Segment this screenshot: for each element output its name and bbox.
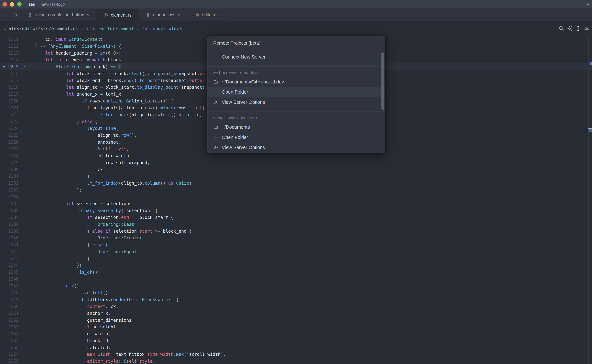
line-number[interactable]: 2218 (0, 84, 19, 91)
modal-item-view-server-options[interactable]: View Server Options (208, 97, 385, 107)
line-number[interactable]: 2240 (0, 234, 19, 241)
ibeam-button[interactable] (574, 24, 582, 33)
code-line[interactable]: 2240 Ordering::Greater (0, 234, 592, 241)
modal-item--documents[interactable]: ~/Documents (208, 122, 385, 132)
code-line[interactable]: 2235 let selected = selections (0, 200, 592, 207)
code-line[interactable]: 2249 .child(block.render(&mut BlockConte… (0, 296, 592, 303)
line-number[interactable]: 2213 (0, 50, 19, 57)
zoom-button[interactable] (17, 2, 22, 6)
line-number[interactable]: 2246 (0, 276, 19, 283)
code-line[interactable]: 2228 editor_width, (0, 152, 592, 159)
tab-editor.rs[interactable]: Reditor.rs (188, 9, 225, 21)
line-number[interactable]: 2244 (0, 262, 19, 269)
modal-item--documents-github-zed-dev[interactable]: ~/Documents/GitHub/zed.dev (208, 77, 385, 87)
code-line[interactable]: 2231 ) (0, 173, 592, 180)
code-line[interactable]: 2236 .binary_search_by(|selection| { (0, 207, 592, 214)
sliders-button[interactable] (582, 24, 591, 33)
code-line[interactable]: 2230 cx, (0, 166, 592, 173)
line-number[interactable]: 2217 (0, 77, 19, 84)
line-number[interactable]: 2255 (0, 337, 19, 344)
line-number[interactable]: 2212 (0, 43, 19, 50)
line-number[interactable]: 2237 (0, 214, 19, 221)
line-number[interactable]: 2236 (0, 207, 19, 214)
code-line[interactable]: 2238 Ordering::Less (0, 221, 592, 228)
line-number[interactable]: 2258 (0, 358, 19, 364)
project-name[interactable]: zed (29, 2, 35, 7)
line-number[interactable]: 2250 (0, 303, 19, 310)
sparkles-button[interactable] (566, 24, 574, 33)
minimize-button[interactable] (10, 2, 14, 6)
line-number[interactable]: 2251 (0, 310, 19, 317)
line-number[interactable]: 2247 (0, 283, 19, 289)
close-button[interactable] (2, 2, 7, 6)
line-number[interactable]: 2233 (0, 187, 19, 194)
modal-item-open-folder[interactable]: Open Folder (208, 132, 385, 142)
line-number[interactable]: 2211 (0, 36, 19, 43)
line-number[interactable]: 2252 (0, 317, 19, 324)
code-line[interactable]: 2242 Ordering::Equal (0, 248, 592, 255)
code-line[interactable]: 2246 (0, 276, 592, 283)
tab-element.rs[interactable]: Relement.rs (97, 9, 139, 21)
line-number[interactable]: 2225 (0, 132, 19, 139)
line-number[interactable]: 2257 (0, 351, 19, 358)
code-line[interactable]: 2255 block_id, (0, 337, 592, 344)
line-number[interactable]: 2227 (0, 145, 19, 152)
line-number[interactable]: 2256 (0, 344, 19, 351)
line-number[interactable]: 2216 (0, 70, 19, 77)
line-number[interactable]: 2232 (0, 180, 19, 187)
line-number[interactable]: 2249 (0, 296, 19, 303)
line-number[interactable]: 2221 (0, 104, 19, 111)
line-number[interactable]: 2231 (0, 173, 19, 180)
line-number[interactable]: 2219 (0, 91, 19, 98)
back-button[interactable] (2, 12, 8, 18)
breadcrumb[interactable]: crates/editor/src/element.rs › impl Edit… (3, 26, 182, 31)
search-button[interactable] (557, 24, 566, 33)
line-number[interactable]: 2239 (0, 228, 19, 235)
line-number[interactable]: 2223 (0, 118, 19, 125)
branch-name[interactable]: new-css-logo (41, 2, 65, 7)
line-number[interactable]: 2238 (0, 221, 19, 228)
code-line[interactable]: 2248 .size_full() (0, 289, 592, 296)
line-number[interactable]: 2229 (0, 159, 19, 166)
modal-item-view-server-options[interactable]: View Server Options (208, 142, 385, 152)
line-number[interactable]: 2235 (0, 200, 19, 207)
line-number[interactable]: 2253 (0, 324, 19, 330)
code-line[interactable]: 2256 selected, (0, 344, 592, 351)
line-number[interactable]: 2234 (0, 194, 19, 200)
modal-item-connect-new-server[interactable]: Connect New Server (208, 52, 385, 62)
scrollbar-thumb[interactable] (589, 129, 592, 132)
code-line[interactable]: 2233 }; (0, 187, 592, 194)
line-number[interactable]: 2230 (0, 166, 19, 173)
code-line[interactable]: 2254 em_width, (0, 330, 592, 337)
line-number[interactable]: 2243 (0, 255, 19, 262)
code-line[interactable]: 2245 .is_ok(); (0, 269, 592, 276)
line-number[interactable]: 2254 (0, 330, 19, 337)
code-line[interactable]: 2252 gutter_dimensions, (0, 317, 592, 324)
forward-button[interactable] (13, 12, 19, 18)
line-number[interactable]: 2220 (0, 98, 19, 104)
code-line[interactable]: 2253 line_height, (0, 324, 592, 330)
modal-scrollbar-thumb[interactable] (381, 52, 384, 110)
code-line[interactable]: 2251 anchor_x, (0, 310, 592, 317)
tab-inline_completion_button.rs[interactable]: Rinline_completion_button.rs (21, 9, 97, 21)
code-line[interactable]: 2247 div() (0, 283, 592, 289)
line-number[interactable]: 2248 (0, 289, 19, 296)
code-line[interactable]: 2239 } else if selection.start >= block_… (0, 228, 592, 235)
line-number[interactable]: 2222 (0, 111, 19, 118)
line-number[interactable]: 2228 (0, 152, 19, 159)
code-line[interactable]: 2244 }) (0, 262, 592, 269)
code-line[interactable]: 2258 editor_style: &self.style, (0, 358, 592, 364)
line-number[interactable]: 2241 (0, 241, 19, 248)
chevron-down-icon[interactable] (585, 1, 591, 7)
code-line[interactable]: 2234 (0, 194, 592, 200)
modal-item-open-folder[interactable]: Open Folder (208, 87, 385, 97)
code-line[interactable]: 2250 context: cx, (0, 303, 592, 310)
code-line[interactable]: 2241 } else { (0, 241, 592, 248)
line-number[interactable]: 2215 (0, 63, 19, 70)
line-number[interactable]: 2224 (0, 125, 19, 132)
line-number[interactable]: 2242 (0, 248, 19, 255)
tab-diagnostics.rs[interactable]: Rdiagnostics.rs (139, 9, 188, 21)
code-line[interactable]: 2232 .x_for_index(align_to.column() as u… (0, 180, 592, 187)
line-number[interactable]: 2214 (0, 56, 19, 63)
line-number[interactable]: 2245 (0, 269, 19, 276)
